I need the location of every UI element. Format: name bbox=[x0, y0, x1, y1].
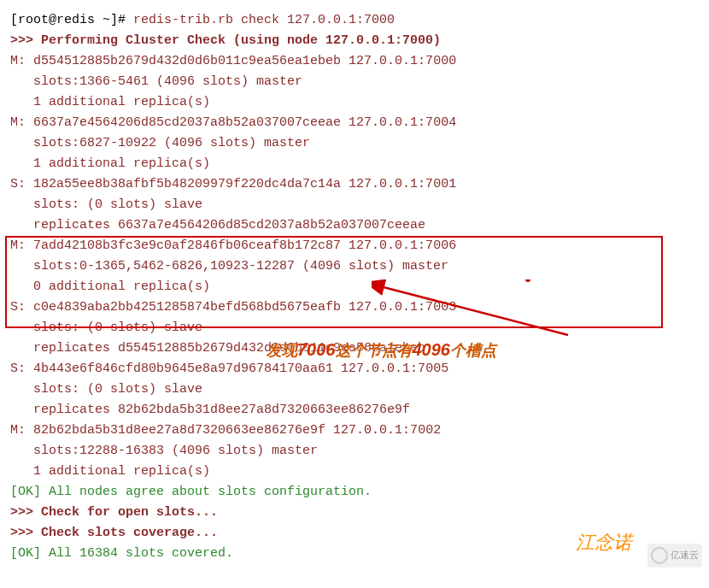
node-extra: 1 additional replica(s) bbox=[10, 154, 699, 174]
node-line: M: d554512885b2679d432d0d6b011c9ea56ea1e… bbox=[10, 51, 699, 72]
node-slots: slots:12288-16383 (4096 slots) master bbox=[10, 441, 699, 462]
node-slots: slots:6827-10922 (4096 slots) master bbox=[10, 133, 699, 154]
ok-line: [OK] All nodes agree about slots configu… bbox=[10, 482, 699, 503]
node-line: S: c0e4839aba2bb4251285874befd568bd5675e… bbox=[10, 297, 699, 318]
annotation-text: 发现7006这个节点有4096个槽点 bbox=[267, 336, 496, 363]
shell-prompt: [root@redis ~]# bbox=[10, 13, 133, 27]
node-slots: slots: (0 slots) slave bbox=[10, 379, 699, 400]
node-slots: slots:0-1365,5462-6826,10923-12287 (4096… bbox=[10, 256, 699, 277]
node-slots: slots:1366-5461 (4096 slots) master bbox=[10, 72, 699, 92]
node-line: M: 7add42108b3fc3e9c0af2846fb06ceaf8b172… bbox=[10, 236, 699, 256]
node-line: M: 82b62bda5b31d8ee27a8d7320663ee86276e9… bbox=[10, 420, 699, 441]
node-extra: replicates 82b62bda5b31d8ee27a8d7320663e… bbox=[10, 400, 699, 420]
node-extra: 1 additional replica(s) bbox=[10, 462, 699, 482]
node-extra: 0 additional replica(s) bbox=[10, 277, 699, 297]
command: redis-trib.rb check 127.0.0.1:7000 bbox=[133, 13, 395, 27]
node-line: S: 182a55ee8b38afbf5b48209979f220dc4da7c… bbox=[10, 174, 699, 195]
terminal-prompt-line: [root@redis ~]# redis-trib.rb check 127.… bbox=[10, 10, 699, 31]
node-line: M: 6637a7e4564206d85cd2037a8b52a037007ce… bbox=[10, 113, 699, 133]
check-line: >>> Check for open slots... bbox=[10, 503, 699, 523]
watermark-signature: 江念诺 bbox=[576, 527, 632, 557]
node-extra: 1 additional replica(s) bbox=[10, 92, 699, 113]
output-header: >>> Performing Cluster Check (using node… bbox=[10, 31, 699, 51]
node-extra: replicates 6637a7e4564206d85cd2037a8b52a… bbox=[10, 215, 699, 236]
watermark-logo: 亿速云 bbox=[647, 544, 702, 567]
node-slots: slots: (0 slots) slave bbox=[10, 195, 699, 215]
